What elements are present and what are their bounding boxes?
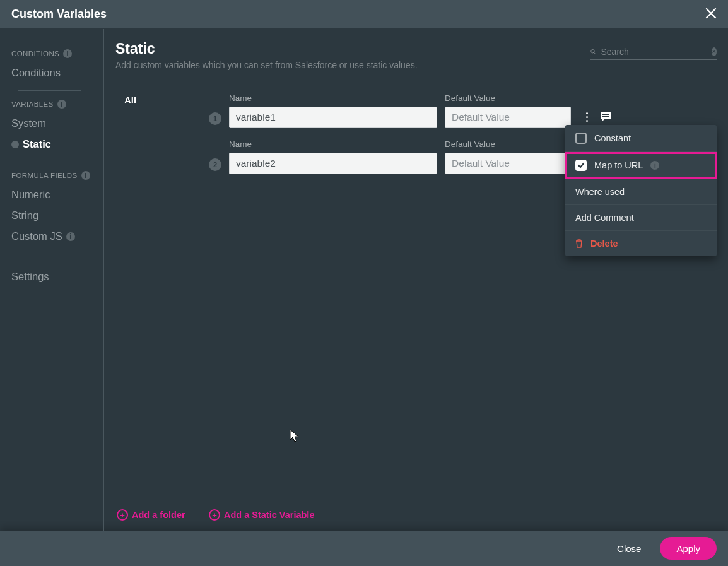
folder-item-all[interactable]: All (115, 95, 196, 105)
info-icon[interactable]: i (66, 232, 75, 241)
svg-line-1 (594, 52, 596, 54)
main-panel: Static Add custom variables which you ca… (104, 29, 728, 531)
sidebar-item-string[interactable]: String (11, 209, 95, 221)
section-header-formula: FORMULA FIELDS i (11, 171, 95, 180)
checkbox-unchecked-icon[interactable] (575, 133, 587, 144)
search-field[interactable]: ✕ (590, 47, 717, 60)
row-context-menu: Constant Map to URL i Where used (565, 125, 717, 256)
sidebar-item-label: Static (23, 138, 51, 150)
sidebar-item-static[interactable]: Static (11, 138, 95, 150)
section-header-variables: VARIABLES i (11, 100, 95, 109)
field-label: Default Value (445, 93, 571, 103)
comment-icon[interactable] (599, 111, 612, 124)
divider (18, 162, 81, 162)
row-actions (584, 110, 612, 124)
field-label: Name (229, 93, 437, 103)
divider (18, 254, 81, 254)
sidebar-item-numeric[interactable]: Numeric (11, 189, 95, 201)
kebab-icon[interactable] (584, 110, 590, 124)
section-header-conditions: CONDITIONS i (11, 49, 95, 58)
menu-item-label: Delete (590, 239, 618, 249)
sidebar-item-system[interactable]: System (11, 117, 95, 129)
name-input[interactable] (229, 107, 437, 128)
menu-item-map-to-url[interactable]: Map to URL i (565, 152, 717, 179)
field-default: Default Value (445, 93, 571, 128)
menu-item-delete[interactable]: Delete (565, 231, 717, 256)
plus-circle-icon: + (209, 509, 220, 521)
close-button[interactable]: Close (601, 537, 657, 560)
field-default: Default Value (445, 139, 571, 174)
field-label: Default Value (445, 139, 571, 149)
default-value-input[interactable] (445, 153, 571, 174)
section-label: FORMULA FIELDS (11, 172, 78, 179)
menu-item-where-used[interactable]: Where used (565, 179, 717, 205)
content-row: All 1 Name Default Value (115, 83, 717, 531)
sidebar-item-label: Custom JS (11, 230, 62, 242)
apply-button[interactable]: Apply (660, 537, 717, 560)
menu-item-label: Where used (575, 187, 625, 197)
section-label: CONDITIONS (11, 50, 59, 57)
page-subtitle: Add custom variables which you can set f… (115, 60, 418, 70)
field-label: Name (229, 139, 437, 149)
page-title: Static (115, 40, 418, 57)
svg-point-0 (591, 50, 594, 53)
link-label: Add a folder (132, 510, 185, 520)
field-name: Name (229, 93, 437, 128)
variable-row: 1 Name Default Value (209, 93, 710, 128)
checkbox-checked-icon[interactable] (575, 160, 587, 171)
row-number: 2 (209, 158, 221, 171)
variables-area: 1 Name Default Value (196, 83, 717, 531)
divider (18, 90, 81, 91)
search-icon (590, 47, 596, 56)
folders-panel: All (115, 83, 196, 531)
plus-circle-icon: + (117, 509, 128, 521)
info-icon[interactable]: i (650, 161, 659, 170)
menu-item-label: Map to URL (594, 160, 643, 170)
trash-icon (575, 239, 583, 248)
info-icon[interactable]: i (81, 171, 90, 180)
sidebar-item-settings[interactable]: Settings (11, 271, 95, 283)
sidebar-item-customjs[interactable]: Custom JS i (11, 230, 95, 242)
info-icon[interactable]: i (63, 49, 72, 58)
name-input[interactable] (229, 153, 437, 174)
add-static-variable-link[interactable]: + Add a Static Variable (209, 509, 314, 521)
clear-icon[interactable]: ✕ (712, 47, 717, 56)
close-icon[interactable] (705, 6, 717, 23)
modal-header: Custom Variables (0, 0, 728, 29)
bottom-links: + Add a folder + Add a Static Variable (115, 509, 717, 521)
sidebar: CONDITIONS i Conditions VARIABLES i Syst… (0, 29, 104, 531)
modal-footer: Close Apply (0, 531, 728, 566)
sidebar-item-conditions[interactable]: Conditions (11, 67, 95, 79)
menu-item-label: Add Comment (575, 213, 634, 223)
info-icon[interactable]: i (57, 100, 66, 109)
svg-rect-2 (602, 114, 609, 115)
menu-item-label: Constant (594, 133, 631, 143)
modal-body: CONDITIONS i Conditions VARIABLES i Syst… (0, 29, 728, 531)
default-value-input[interactable] (445, 107, 571, 128)
field-name: Name (229, 139, 437, 174)
link-label: Add a Static Variable (224, 510, 314, 520)
section-label: VARIABLES (11, 100, 54, 108)
page-header-row: Static Add custom variables which you ca… (115, 40, 717, 70)
svg-rect-3 (602, 116, 609, 117)
search-input[interactable] (601, 47, 712, 57)
add-folder-link[interactable]: + Add a folder (117, 509, 196, 521)
menu-item-constant[interactable]: Constant (565, 125, 717, 152)
menu-item-add-comment[interactable]: Add Comment (565, 205, 717, 231)
row-number: 1 (209, 112, 221, 125)
modal-title: Custom Variables (11, 8, 107, 21)
